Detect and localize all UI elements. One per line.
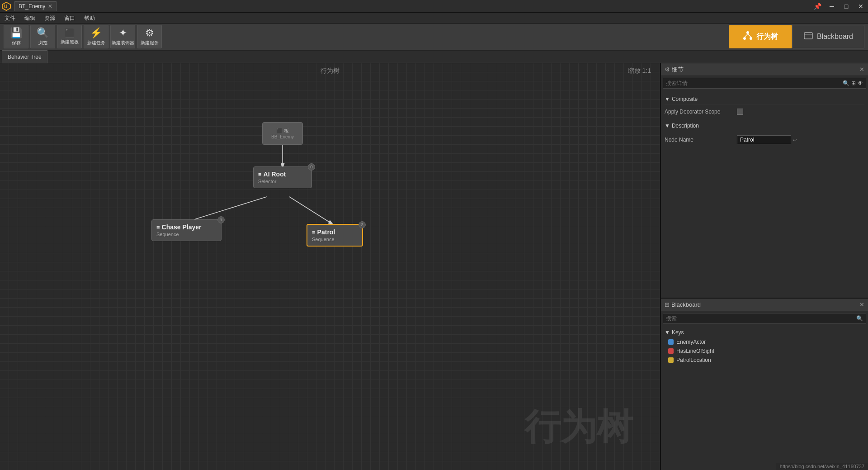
blackboard-search-bar[interactable]: 🔍 [663, 313, 866, 324]
description-section-label: Description [672, 123, 699, 129]
blackboard-selector-button[interactable]: Blackboard [792, 25, 864, 48]
blackboard-panel: ⊞ Blackboard ✕ 🔍 ▼ Keys EnemyActor [661, 299, 868, 470]
menu-help[interactable]: 帮助 [80, 13, 99, 24]
details-panel-header: ⚙ 细节 ✕ [661, 63, 868, 76]
svg-text:U: U [4, 4, 7, 9]
main-content: 行为树 缩放 1:1 行为树 ⬛ 板 BB_Enemy 0 ≡ [0, 63, 868, 470]
description-collapse-arrow[interactable]: ▼ [665, 123, 670, 129]
behavior-tree-tab[interactable]: Behavior Tree [2, 50, 47, 64]
canvas-zoom: 缩放 1:1 [628, 67, 651, 75]
new-decorator-button[interactable]: ✦ 新建装饰器 [110, 25, 135, 48]
apply-decorator-scope-label: Apply Decorator Scope [665, 109, 737, 115]
new-decorator-label: 新建装饰器 [112, 40, 134, 46]
chase-player-sublabel: Sequence [156, 232, 217, 237]
patrol-location-key-row: PatrolLocation [665, 356, 864, 365]
has-line-of-sight-key-row: HasLineOfSight [665, 347, 864, 356]
new-blackboard-label: 新建黑板 [61, 39, 79, 45]
keys-collapse-arrow[interactable]: ▼ [665, 329, 670, 336]
patrol-location-key-dot [668, 357, 674, 363]
editor-tab[interactable]: BT_Enemy ✕ [14, 1, 57, 11]
svg-point-2 [746, 31, 749, 34]
blackboard-selector-icon [803, 31, 813, 43]
service-icon: ⚙ [145, 27, 154, 39]
chase-player-badge: 1 [217, 216, 225, 223]
behavior-tree-selector-label: 行为树 [756, 32, 778, 42]
svg-point-4 [750, 37, 752, 40]
apply-decorator-scope-value [737, 109, 864, 115]
node-name-reset-icon[interactable]: ↩ [793, 138, 797, 142]
has-line-of-sight-key-label: HasLineOfSight [676, 348, 714, 354]
blackboard-collapse-button[interactable]: ✕ [859, 301, 864, 308]
composite-section-label: Composite [672, 96, 698, 102]
blackboard-panel-header: ⊞ Blackboard ✕ [661, 299, 868, 311]
new-blackboard-button[interactable]: ⬛ 新建黑板 [57, 25, 82, 48]
minimize-icon[interactable]: ─ [825, 0, 839, 13]
svg-line-6 [748, 34, 751, 37]
tab-close-icon[interactable]: ✕ [48, 3, 52, 9]
pin-icon[interactable]: 📌 [810, 0, 825, 13]
menu-window[interactable]: 窗口 [60, 13, 80, 24]
blackboard-selector-label: Blackboard [817, 33, 853, 41]
blackboard-search-icon: 🔍 [856, 315, 863, 322]
svg-point-3 [743, 37, 746, 40]
new-task-button[interactable]: ⚡ 新建任务 [84, 25, 108, 48]
description-section-header: ▼ Description [665, 121, 864, 131]
enemy-actor-key-row: EnemyActor [665, 337, 864, 347]
eye-icon[interactable]: 👁 [858, 80, 863, 86]
apply-decorator-scope-checkbox[interactable] [737, 109, 743, 115]
canvas-title: 行为树 [321, 67, 340, 75]
composite-section-header: ▼ Composite [665, 94, 864, 104]
menu-asset[interactable]: 资源 [40, 13, 60, 24]
grid-view-icon[interactable]: ⊞ [851, 80, 856, 86]
node-name-row: Node Name ↩ [665, 134, 864, 146]
patrol-badge: 2 [359, 221, 366, 228]
ai-root-label: AI Root [264, 171, 286, 178]
chase-player-label: Chase Player [162, 223, 202, 231]
node-name-input[interactable] [737, 135, 791, 144]
task-icon: ⚡ [90, 27, 102, 39]
patrol-header: ≡ Patrol [312, 228, 358, 236]
save-button[interactable]: 💾 保存 [4, 25, 28, 48]
save-label: 保存 [12, 40, 21, 46]
details-search-bar[interactable]: 🔍 ⊞ 👁 [663, 78, 866, 89]
patrol-label: Patrol [317, 228, 335, 236]
chase-icon: ≡ [156, 224, 160, 231]
patrol-node[interactable]: 2 ≡ Patrol Sequence [307, 224, 363, 247]
root-node-icon-label: ⬛ 板 [276, 128, 289, 134]
tab-bar: Behavior Tree [0, 51, 868, 63]
patrol-location-key-label: PatrolLocation [676, 357, 711, 363]
menu-file[interactable]: 文件 [0, 13, 20, 24]
details-search-input[interactable] [666, 80, 843, 86]
url-bar: https://blog.csdn.net/weixin_41160737 [776, 463, 868, 470]
ai-root-sublabel: Selector [258, 179, 307, 184]
has-line-of-sight-key-dot [668, 348, 674, 354]
ai-root-node[interactable]: 0 ≡ AI Root Selector [253, 166, 312, 188]
new-service-label: 新建服务 [141, 40, 159, 46]
composite-collapse-arrow[interactable]: ▼ [665, 96, 670, 102]
window-controls: 📌 ─ □ ✕ [810, 0, 868, 13]
canvas-area[interactable]: 行为树 缩放 1:1 行为树 ⬛ 板 BB_Enemy 0 ≡ [0, 63, 660, 470]
menu-edit[interactable]: 编辑 [20, 13, 40, 24]
close-window-icon[interactable]: ✕ [854, 0, 868, 13]
svg-line-11 [289, 197, 332, 224]
browse-button[interactable]: 🔍 浏览 [30, 25, 55, 48]
ai-root-badge: 0 [308, 163, 315, 171]
blackboard-panel-title: Blackboard [671, 301, 701, 308]
behavior-tree-selector-button[interactable]: 行为树 [729, 25, 792, 48]
maximize-icon[interactable]: □ [839, 0, 854, 13]
node-name-value: ↩ [737, 135, 864, 144]
menubar: 文件 编辑 资源 窗口 帮助 [0, 13, 868, 24]
details-collapse-button[interactable]: ✕ [859, 66, 864, 73]
chase-player-node[interactable]: 1 ≡ Chase Player Sequence [151, 219, 222, 241]
enemy-actor-key-dot [668, 339, 674, 345]
new-service-button[interactable]: ⚙ 新建服务 [137, 25, 162, 48]
blackboard-search-input[interactable] [666, 315, 856, 322]
url-text: https://blog.csdn.net/weixin_41160737 [780, 464, 864, 469]
toolbar: 💾 保存 🔍 浏览 ⬛ 新建黑板 ⚡ 新建任务 ✦ 新建装饰器 ⚙ 新建服务 [0, 24, 868, 51]
details-panel-title: 细节 [672, 66, 684, 74]
blackboard-icon: ⬛ [65, 28, 75, 38]
root-node[interactable]: ⬛ 板 BB_Enemy [262, 122, 303, 145]
save-icon: 💾 [10, 27, 22, 39]
connector-lines [0, 63, 660, 470]
ai-root-header: ≡ AI Root [258, 171, 307, 178]
